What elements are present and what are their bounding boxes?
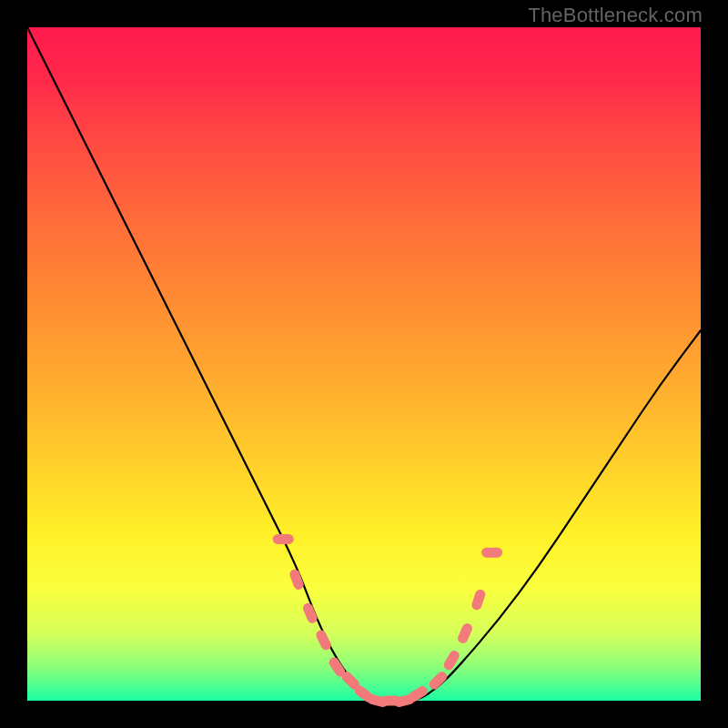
curve-marker [477, 594, 480, 604]
curve-marker [295, 574, 298, 584]
curve-marker [449, 655, 454, 664]
curve-marker [359, 691, 369, 697]
curve-marker [463, 629, 468, 639]
curve-marker [434, 677, 441, 684]
chart-svg [27, 27, 701, 701]
curve-marker [399, 700, 410, 703]
curve-marker [347, 677, 354, 684]
curve-marker [413, 692, 422, 697]
bottleneck-curve-path [27, 27, 701, 701]
chart-frame: TheBottleneck.com [0, 0, 728, 728]
curve-marker [308, 608, 312, 618]
marker-group [278, 539, 497, 702]
curve-marker [321, 635, 326, 645]
attribution-label: TheBottleneck.com [528, 4, 703, 27]
plot-area [27, 27, 701, 701]
curve-marker [334, 662, 340, 672]
